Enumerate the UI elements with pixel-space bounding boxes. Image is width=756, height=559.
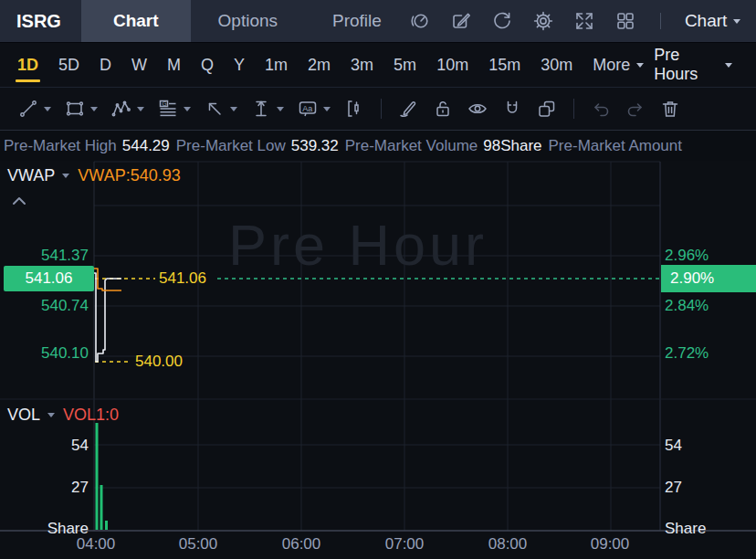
premarket-stats-row: Pre-Market High544.29Pre-Market Low539.3… (0, 131, 756, 161)
timeframe-bar: 1D5DDWMQY1m2m3m5m10m15m30m More Pre Hour… (0, 43, 756, 88)
x-axis-tick: 07:00 (375, 535, 434, 554)
drawing-toolbar: G Aa (0, 88, 756, 131)
tab-chart[interactable]: Chart (81, 0, 191, 42)
price-range-tool[interactable] (244, 98, 290, 120)
undo-icon (590, 98, 612, 120)
clone-tool[interactable] (530, 98, 564, 120)
timeframe-more[interactable]: More (583, 43, 654, 87)
chart-area[interactable]: Pre Hour VWAP VWAP:540.93 VOL VOL1:0 541… (0, 161, 756, 559)
chevron-down-icon (323, 107, 331, 111)
timeframe-15m[interactable]: 15m (478, 43, 530, 87)
rectangle-icon (64, 98, 86, 120)
nav-icon-group: Chart (409, 10, 756, 32)
chevron-down-icon (44, 107, 51, 111)
vol-value: VOL1:0 (63, 406, 119, 425)
top-nav: ISRG ChartOptionsProfile (0, 0, 756, 43)
redo-button[interactable] (618, 98, 653, 120)
magnet-icon (501, 98, 523, 120)
percent-right-axis-label: 2.84% (665, 297, 709, 315)
gauge-icon[interactable] (409, 10, 431, 32)
percent-right-axis-label: 2.72% (665, 344, 709, 363)
rectangle-tool[interactable] (58, 98, 104, 120)
timeframe-2m[interactable]: 2m (298, 43, 341, 87)
draw-icon[interactable] (450, 10, 472, 32)
timeframe-30m[interactable]: 30m (530, 43, 583, 87)
timeframe-y[interactable]: Y (224, 43, 255, 87)
vwap-label: VWAP (7, 166, 55, 185)
tab-profile[interactable]: Profile (305, 0, 409, 42)
x-axis-tick: 08:00 (478, 535, 537, 554)
timeframe-w[interactable]: W (121, 43, 157, 87)
timeframe-d[interactable]: D (89, 43, 121, 87)
stat-label: Pre-Market Volume (345, 137, 478, 155)
timeframe-m[interactable]: M (157, 43, 191, 87)
timeframe-q[interactable]: Q (191, 43, 224, 87)
vwap-indicator-toggle[interactable]: VWAP (7, 166, 69, 185)
chevron-down-icon (733, 19, 740, 24)
vol-left-axis-label: 27 (0, 479, 89, 497)
vol-left-axis-label: 54 (0, 437, 89, 455)
volume-bar (100, 485, 103, 530)
collapse-pane-button[interactable] (11, 195, 27, 206)
delete-drawings-button[interactable] (653, 98, 688, 120)
timeframe-5d[interactable]: 5D (48, 43, 89, 87)
chevron-up-icon (11, 195, 27, 206)
vol-indicator-toggle[interactable]: VOL (7, 406, 55, 425)
chevron-down-icon (90, 107, 98, 111)
session-selector[interactable]: Pre Hours (654, 46, 749, 84)
stat-label: Pre-Market Low (176, 137, 286, 155)
clone-icon (536, 98, 558, 120)
trash-icon (659, 98, 681, 120)
timeframe-10m[interactable]: 10m (426, 43, 478, 87)
price-left-axis-label: 540.10 (0, 344, 89, 363)
x-axis-tick: 05:00 (169, 535, 227, 554)
text-icon: Aa (297, 98, 319, 120)
redo-icon (625, 98, 646, 120)
timeframe-1d[interactable]: 1D (7, 43, 48, 87)
trend-line-tool[interactable] (11, 98, 58, 120)
settings-icon[interactable] (532, 10, 554, 32)
svg-text:Aa: Aa (302, 104, 312, 113)
refresh-icon[interactable] (491, 10, 513, 32)
stat-value: 544.29 (122, 137, 170, 155)
stat-value: 539.32 (291, 137, 339, 155)
chevron-down-icon (47, 413, 55, 417)
percent-right-current-badge: 2.90% (661, 265, 756, 292)
volume-bar (96, 423, 99, 530)
arrow-tool[interactable] (197, 98, 244, 120)
chart-layout-menu[interactable]: Chart (685, 11, 755, 31)
magnet-tool[interactable] (495, 98, 530, 120)
wave-tool[interactable] (104, 98, 151, 120)
nav-tabs: ChartOptionsProfile (81, 0, 409, 42)
fullscreen-icon[interactable] (573, 10, 595, 32)
stat-label: Pre-Market High (4, 137, 117, 155)
eye-icon (467, 98, 488, 120)
vol-label: VOL (7, 406, 40, 425)
divider (660, 13, 661, 29)
undo-button[interactable] (583, 98, 618, 120)
layout-grid-icon[interactable] (614, 10, 636, 32)
chart-menu-label: Chart (685, 11, 727, 31)
chevron-down-icon (277, 107, 284, 111)
timeframe-3m[interactable]: 3m (341, 43, 383, 87)
divider (573, 99, 574, 119)
tab-options[interactable]: Options (191, 0, 305, 42)
candle-pattern-tool[interactable] (337, 98, 372, 120)
svg-text:G: G (163, 100, 167, 107)
x-axis-tick: 04:00 (67, 535, 125, 554)
brush-tool[interactable] (391, 98, 425, 120)
visibility-tool[interactable] (460, 98, 495, 120)
timeframe-1m[interactable]: 1m (255, 43, 298, 87)
chart-canvas (0, 161, 756, 559)
gann-lines-icon: G (157, 98, 179, 120)
vol-right-axis-label: Share (665, 520, 706, 538)
chevron-down-icon (62, 174, 69, 178)
symbol-ticker[interactable]: ISRG (0, 11, 72, 32)
gann-lines-tool[interactable]: G (151, 98, 197, 120)
reference-price-line-label: 540.00 (135, 353, 183, 371)
timeframe-5m[interactable]: 5m (383, 43, 426, 87)
price-left-axis-label: 541.37 (0, 247, 89, 265)
text-tool[interactable]: Aa (290, 98, 337, 120)
unlock-tool[interactable] (425, 98, 460, 120)
volume-bar (105, 521, 108, 530)
